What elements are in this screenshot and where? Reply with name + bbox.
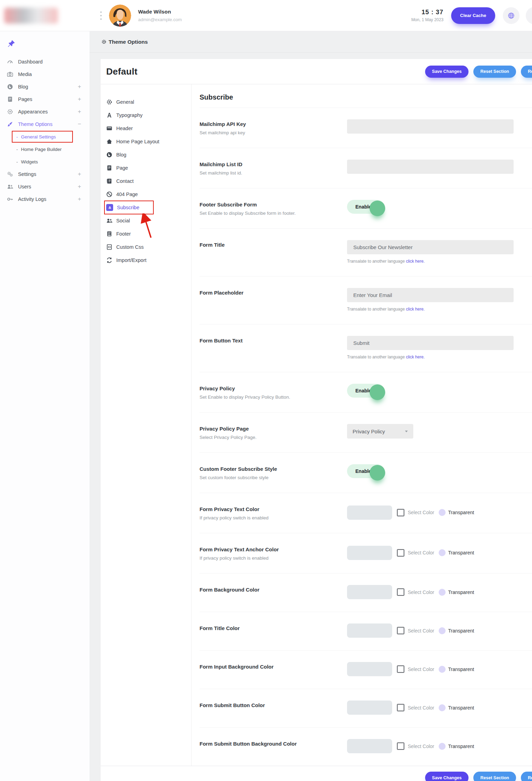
transparent-radio[interactable]	[439, 704, 446, 711]
select-color-checkbox[interactable]	[397, 588, 404, 596]
expand-plus-icon[interactable]: +	[78, 171, 81, 178]
sidebar-item-media[interactable]: Media	[0, 68, 90, 80]
form-placeholder-input[interactable]	[347, 288, 514, 302]
nav-item-social[interactable]: Social	[106, 214, 191, 227]
reset-section-button-bottom[interactable]: Reset Section	[473, 772, 516, 781]
main-area: Theme Options Default Save Changes Reset…	[90, 31, 532, 781]
translate-link[interactable]: click here.	[406, 355, 425, 359]
nav-item-blog[interactable]: Blog	[106, 148, 191, 161]
sidebar-item-appearances[interactable]: Appearances +	[0, 105, 90, 118]
field-row-form-submit-button-color: Form Submit Button Color Select Color Tr…	[200, 689, 532, 728]
select-color-checkbox[interactable]	[397, 665, 404, 673]
nav-item-header[interactable]: Header	[106, 122, 191, 135]
save-changes-button[interactable]: Save Changes	[425, 66, 468, 78]
color-swatch[interactable]	[347, 623, 392, 638]
nav-item-footer[interactable]: Footer	[106, 227, 191, 240]
field-row-privacy-policy-page: Privacy Policy Page Select Privacy Polic…	[200, 413, 532, 453]
nav-item-home-page-layout[interactable]: Home Page Layout	[106, 135, 191, 148]
expand-plus-icon[interactable]: +	[78, 196, 81, 203]
clear-cache-button[interactable]: Clear Cache	[451, 7, 495, 24]
expand-plus-icon[interactable]: +	[78, 108, 81, 115]
select-color-checkbox[interactable]	[397, 509, 404, 516]
transparent-radio[interactable]	[439, 549, 446, 556]
nav-item-404-page[interactable]: 404 Page	[106, 188, 191, 201]
sidebar-item-label: Appearances	[18, 109, 78, 114]
color-swatch[interactable]	[347, 662, 392, 676]
collapse-minus-icon[interactable]: −	[78, 121, 81, 128]
page-title: Theme Options	[109, 39, 148, 45]
nav-item-contact[interactable]: Contact	[106, 175, 191, 188]
save-changes-button-bottom[interactable]: Save Changes	[425, 772, 468, 781]
sidebar-item-blog[interactable]: Blog +	[0, 80, 90, 93]
user-info: Wade Wilson admin@example.com	[138, 9, 182, 22]
theme-options-panel: Default Save Changes Reset Section Reset	[101, 59, 532, 766]
sidebar-item-settings[interactable]: Settings +	[0, 168, 90, 180]
custom-footer-style-toggle[interactable]: Enable	[347, 464, 384, 478]
color-swatch[interactable]	[347, 506, 392, 520]
select-color-checkbox[interactable]	[397, 549, 404, 557]
transparent-radio[interactable]	[439, 743, 446, 750]
nav-item-general[interactable]: General	[106, 95, 191, 109]
nav-item-subscribe[interactable]: Subscribe	[106, 201, 191, 214]
sidebar-subitem-general-settings[interactable]: - General Settings	[0, 130, 90, 143]
field-label: Mailchimp List ID	[200, 161, 347, 167]
field-desc: Set mailchimp api key	[200, 130, 347, 135]
sidebar-subitem-widgets[interactable]: - Widgets	[0, 155, 90, 168]
transparent-radio[interactable]	[439, 627, 446, 634]
transparent-radio[interactable]	[439, 509, 446, 516]
sidebar-item-theme-options[interactable]: Theme Options −	[0, 118, 90, 130]
chevron-down-icon	[405, 431, 408, 432]
form-title-input[interactable]	[347, 240, 514, 254]
transparent-radio[interactable]	[439, 589, 446, 596]
reset-button-bottom[interactable]: Reset	[521, 772, 532, 781]
mailchimp-api-key-input[interactable]	[347, 119, 514, 134]
form-button-text-input[interactable]	[347, 336, 514, 350]
page-icon	[106, 165, 112, 171]
sidebar-item-label: Settings	[18, 171, 78, 177]
avatar[interactable]	[109, 5, 131, 27]
home-icon	[106, 138, 112, 145]
sidebar-subitem-home-page-builder[interactable]: - Home Page Builder	[0, 143, 90, 155]
translate-link[interactable]: click here.	[406, 307, 425, 312]
toggle-knob	[370, 201, 385, 216]
pin-icon[interactable]	[7, 40, 15, 48]
sidebar-item-pages[interactable]: Pages +	[0, 93, 90, 105]
color-swatch[interactable]	[347, 585, 392, 599]
language-button[interactable]	[503, 7, 520, 24]
select-color-checkbox[interactable]	[397, 742, 404, 750]
translate-link[interactable]: click here.	[406, 259, 425, 264]
nav-item-custom-css[interactable]: Custom Css	[106, 240, 191, 254]
color-swatch[interactable]	[347, 701, 392, 715]
nav-item-import-export[interactable]: Import/Export	[106, 254, 191, 267]
kebab-menu-icon[interactable]	[98, 11, 104, 20]
expand-plus-icon[interactable]: +	[78, 96, 81, 103]
expand-plus-icon[interactable]: +	[78, 83, 81, 90]
nav-item-page[interactable]: Page	[106, 161, 191, 175]
appearance-icon	[7, 109, 13, 115]
nav-item-typography[interactable]: Typography	[106, 109, 191, 122]
logo-zone	[0, 8, 90, 24]
footer-subscribe-toggle[interactable]: Enable	[347, 200, 384, 214]
pages-icon	[7, 96, 13, 102]
reset-section-button[interactable]: Reset Section	[473, 66, 516, 78]
expand-plus-icon[interactable]: +	[78, 183, 81, 190]
gears-icon	[7, 171, 13, 177]
reset-button[interactable]: Reset	[521, 66, 532, 78]
privacy-policy-page-select[interactable]: Privacy Policy	[347, 424, 413, 439]
transparent-radio[interactable]	[439, 666, 446, 673]
subitem-label: Widgets	[21, 159, 38, 164]
field-desc: Set Enable to display Subscribe form in …	[200, 211, 347, 216]
sidebar-item-activity-logs[interactable]: Activity Logs +	[0, 193, 90, 205]
privacy-policy-toggle[interactable]: Enable	[347, 384, 384, 398]
mailchimp-list-id-input[interactable]	[347, 160, 514, 174]
sidebar-item-dashboard[interactable]: Dashboard	[0, 56, 90, 68]
color-swatch[interactable]	[347, 739, 392, 753]
notification-button[interactable]	[526, 7, 532, 24]
subscribe-form: Subscribe Mailchimp API Key Set mailchim…	[192, 84, 532, 766]
color-swatch[interactable]	[347, 546, 392, 560]
select-color-checkbox[interactable]	[397, 704, 404, 711]
select-color-checkbox[interactable]	[397, 627, 404, 634]
sidebar-item-users[interactable]: Users +	[0, 180, 90, 193]
footer-icon	[106, 231, 112, 237]
field-label: Privacy Policy Page	[200, 426, 347, 432]
